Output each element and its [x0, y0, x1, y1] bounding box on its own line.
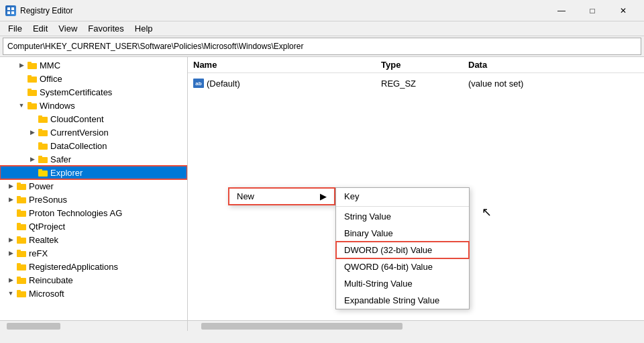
tree-item[interactable]: ▶MMC	[0, 58, 187, 72]
tree-item-label: Safer	[50, 154, 71, 164]
menu-item-edit[interactable]: Edit	[28, 22, 53, 35]
col-name-header: Name	[193, 60, 381, 70]
sub-menu-item[interactable]: String Value	[336, 208, 469, 225]
tree-item[interactable]: CloudContent	[0, 112, 187, 126]
tree-item[interactable]: Proton Technologies AG	[0, 206, 187, 219]
svg-rect-1	[11, 7, 14, 10]
tree-item[interactable]: SystemCertificates	[0, 85, 187, 99]
sub-menu-item[interactable]: Binary Value	[336, 225, 469, 242]
column-headers: Name Type Data	[188, 57, 644, 73]
tree-item[interactable]: ▼Microsoft	[0, 287, 187, 300]
menu-item-favorites[interactable]: Favorites	[83, 22, 129, 35]
svg-rect-27	[17, 211, 26, 217]
col-data-header: Data	[468, 60, 487, 70]
main-area: ▶MMCOfficeSystemCertificates▼WindowsClou…	[0, 56, 644, 331]
tree-item-label: reFX	[29, 248, 48, 258]
svg-rect-0	[7, 7, 10, 10]
menu-item-view[interactable]: View	[53, 22, 83, 35]
tree-item[interactable]: RegisteredApplications	[0, 260, 187, 273]
tree-item[interactable]: DataCollection	[0, 139, 187, 152]
tree-item-label: CurrentVersion	[50, 128, 109, 138]
expand-arrow-icon	[16, 85, 27, 99]
svg-rect-21	[38, 170, 48, 177]
maximize-button[interactable]: □	[577, 0, 608, 21]
reg-type-cell: REG_SZ	[381, 79, 468, 89]
tree-item[interactable]: QtProject	[0, 219, 187, 233]
tree-item-label: Windows	[40, 101, 75, 111]
sub-menu-item[interactable]: DWORD (32-bit) Value	[336, 242, 469, 258]
expand-arrow-icon	[5, 260, 16, 273]
folder-icon	[16, 248, 27, 258]
expand-arrow-icon: ▶	[5, 193, 16, 206]
expand-arrow-icon	[27, 139, 38, 152]
folder-icon	[16, 194, 27, 205]
expand-arrow-icon: ▶	[27, 126, 38, 139]
context-menu-new-item[interactable]: New ▶	[229, 188, 335, 205]
folder-icon	[16, 261, 27, 272]
svg-rect-5	[28, 63, 37, 69]
tree-item[interactable]: ▶Realtek	[0, 233, 187, 246]
ab-icon: ab	[193, 79, 204, 88]
tree-item[interactable]: ▶Power	[0, 179, 187, 193]
sub-menu-item[interactable]: Multi-String Value	[336, 275, 469, 292]
new-arrow: ▶	[320, 191, 327, 201]
tree-item-label: PreSonus	[29, 195, 67, 205]
svg-rect-23	[17, 184, 26, 190]
tree-item[interactable]: ▶Safer	[0, 152, 187, 166]
menu-item-help[interactable]: Help	[129, 22, 158, 35]
tree-item-label: Office	[40, 74, 62, 84]
svg-rect-33	[17, 251, 26, 257]
reg-data-cell: (value not set)	[468, 79, 523, 89]
tree-item-label: DataCollection	[50, 141, 107, 151]
tree-item[interactable]: ▼Windows	[0, 99, 187, 112]
svg-rect-9	[28, 90, 37, 96]
folder-icon	[16, 234, 27, 245]
context-menu-new: New ▶	[228, 187, 335, 205]
app-icon	[5, 5, 16, 16]
tree-item[interactable]: ▶reFX	[0, 246, 187, 260]
expand-arrow-icon: ▶	[5, 233, 16, 246]
tree-item-label: Microsoft	[29, 289, 64, 299]
tree-item-label: Proton Technologies AG	[29, 208, 122, 218]
menu-separator	[336, 206, 469, 207]
right-pane: Name Type Data ab (Default) REG_SZ (valu…	[188, 57, 644, 331]
folder-icon	[27, 73, 38, 84]
tree-item-label: QtProject	[29, 222, 65, 232]
window-title: Registry Editor	[20, 6, 546, 15]
sub-menu-item[interactable]: Key	[336, 188, 469, 205]
expand-arrow-icon: ▼	[16, 99, 27, 112]
minimize-button[interactable]: —	[546, 0, 577, 21]
svg-rect-39	[17, 291, 26, 297]
sub-menu-item[interactable]: Expandable String Value	[336, 292, 469, 309]
close-button[interactable]: ✕	[608, 0, 639, 21]
svg-rect-15	[38, 130, 48, 136]
table-row[interactable]: ab (Default) REG_SZ (value not set)	[188, 76, 644, 91]
folder-icon	[38, 140, 48, 151]
tree-scrollbar[interactable]	[0, 320, 187, 331]
menu-item-file[interactable]: File	[3, 22, 28, 35]
sub-menu-item[interactable]: QWORD (64-bit) Value	[336, 258, 469, 275]
tree-item[interactable]: ▶Reincubate	[0, 273, 187, 287]
address-path: Computer\HKEY_CURRENT_USER\Software\Poli…	[7, 42, 303, 51]
sub-menu: KeyString ValueBinary ValueDWORD (32-bit…	[335, 187, 470, 309]
folder-icon	[27, 60, 38, 70]
expand-arrow-icon: ▼	[5, 287, 16, 300]
folder-icon	[16, 181, 27, 191]
tree-item[interactable]: Explorer	[0, 166, 187, 179]
right-scrollbar[interactable]	[188, 320, 644, 331]
tree-item-label: SystemCertificates	[40, 87, 112, 97]
tree-item-label: CloudContent	[50, 114, 104, 124]
addressbar[interactable]: Computer\HKEY_CURRENT_USER\Software\Poli…	[3, 38, 641, 55]
svg-rect-11	[28, 103, 37, 109]
tree-item[interactable]: ▶PreSonus	[0, 193, 187, 206]
folder-icon	[27, 100, 38, 111]
svg-rect-2	[7, 11, 10, 14]
tree-item-label: MMC	[40, 60, 60, 70]
tree-content: ▶MMCOfficeSystemCertificates▼WindowsClou…	[0, 57, 187, 320]
folder-icon	[16, 221, 27, 232]
svg-rect-3	[11, 11, 14, 14]
tree-item[interactable]: Office	[0, 72, 187, 85]
tree-item[interactable]: ▶CurrentVersion	[0, 126, 187, 139]
tree-item-label: Power	[29, 181, 54, 191]
expand-arrow-icon	[5, 206, 16, 219]
